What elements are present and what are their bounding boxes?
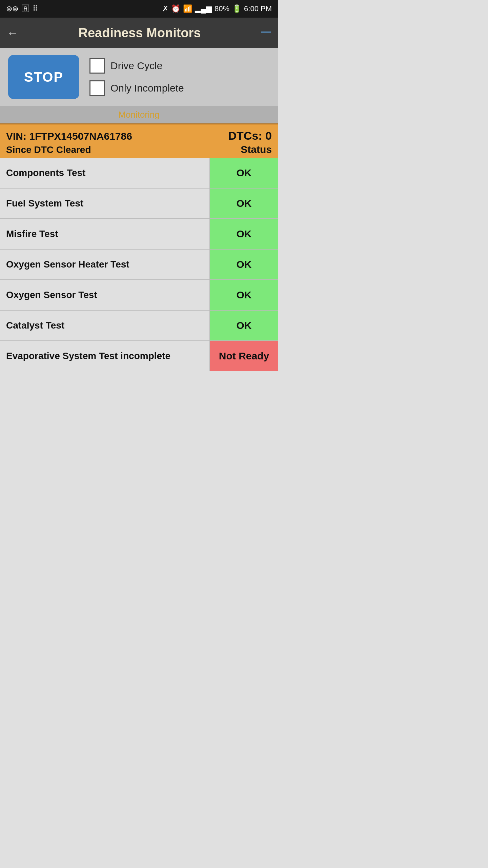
monitor-name-cell: Fuel System Test — [0, 189, 210, 218]
controls-area: STOP Drive Cycle Only Incomplete — [0, 48, 278, 106]
drive-cycle-checkbox[interactable] — [89, 58, 105, 74]
signal-icon: ▂▄▆ — [195, 4, 212, 13]
wifi-icon: 📶 — [183, 4, 192, 13]
back-button[interactable]: ← — [7, 26, 18, 40]
monitor-status-cell: OK — [210, 311, 278, 340]
table-row: Catalyst TestOK — [0, 311, 278, 341]
drive-cycle-label: Drive Cycle — [110, 60, 162, 72]
dtcs-text: DTCs: 0 — [228, 129, 272, 142]
monitor-name-cell: Catalyst Test — [0, 311, 210, 340]
status-bar-left: ⊜⊜ 🄰 ⠿ — [6, 4, 38, 13]
stop-button[interactable]: STOP — [8, 55, 79, 99]
monitor-status-cell: OK — [210, 158, 278, 188]
monitor-table: Components TestOKFuel System TestOKMisfi… — [0, 158, 278, 371]
table-row: Oxygen Sensor Heater TestOK — [0, 250, 278, 280]
drive-cycle-row: Drive Cycle — [89, 58, 184, 74]
monitor-name-cell: Oxygen Sensor Test — [0, 280, 210, 310]
monitor-name-cell: Oxygen Sensor Heater Test — [0, 250, 210, 279]
bottom-space — [0, 371, 278, 391]
monitor-status-cell: OK — [210, 219, 278, 249]
only-incomplete-checkbox[interactable] — [89, 80, 105, 96]
app-header: ← Readiness Monitors — — [0, 18, 278, 48]
monitor-status-cell: OK — [210, 189, 278, 218]
table-row: Fuel System TestOK — [0, 189, 278, 219]
alarm-icon: ⏰ — [171, 4, 180, 13]
only-incomplete-label: Only Incomplete — [110, 82, 184, 94]
checkboxes-container: Drive Cycle Only Incomplete — [89, 58, 184, 96]
status-header-text: Status — [241, 144, 272, 155]
battery-percent: 80% — [215, 4, 229, 13]
only-incomplete-row: Only Incomplete — [89, 80, 184, 96]
table-row: Oxygen Sensor TestOK — [0, 280, 278, 311]
table-row: Components TestOK — [0, 158, 278, 189]
page-title: Readiness Monitors — [18, 26, 261, 40]
vin-row: VIN: 1FTPX14507NA61786 DTCs: 0 — [6, 129, 272, 142]
monitoring-label: Monitoring — [118, 110, 159, 120]
monitor-status-cell: OK — [210, 250, 278, 279]
status-bar-right: ✗ ⏰ 📶 ▂▄▆ 80% 🔋 6:00 PM — [162, 4, 272, 13]
battery-icon: 🔋 — [232, 4, 241, 13]
since-text: Since DTC Cleared — [6, 144, 91, 155]
vin-header: VIN: 1FTPX14507NA61786 DTCs: 0 Since DTC… — [0, 123, 278, 158]
monitor-name-cell: Components Test — [0, 158, 210, 188]
monitoring-bar: Monitoring — [0, 106, 278, 123]
monitor-status-cell: Not Ready — [210, 341, 278, 371]
table-row: Evaporative System Test incompleteNot Re… — [0, 341, 278, 371]
table-row: Misfire TestOK — [0, 219, 278, 250]
phone-a-icon: 🄰 — [22, 4, 29, 13]
status-bar: ⊜⊜ 🄰 ⠿ ✗ ⏰ 📶 ▂▄▆ 80% 🔋 6:00 PM — [0, 0, 278, 18]
bluetooth-icon: ✗ — [162, 4, 168, 13]
clock: 6:00 PM — [244, 4, 272, 13]
since-status-row: Since DTC Cleared Status — [6, 144, 272, 155]
voicemail-icon: ⊜⊜ — [6, 4, 18, 13]
minimize-button[interactable]: — — [261, 26, 271, 37]
monitor-name-cell: Evaporative System Test incomplete — [0, 341, 210, 371]
monitor-status-cell: OK — [210, 280, 278, 310]
dots-icon: ⠿ — [33, 4, 38, 13]
monitor-name-cell: Misfire Test — [0, 219, 210, 249]
vin-text: VIN: 1FTPX14507NA61786 — [6, 131, 132, 142]
